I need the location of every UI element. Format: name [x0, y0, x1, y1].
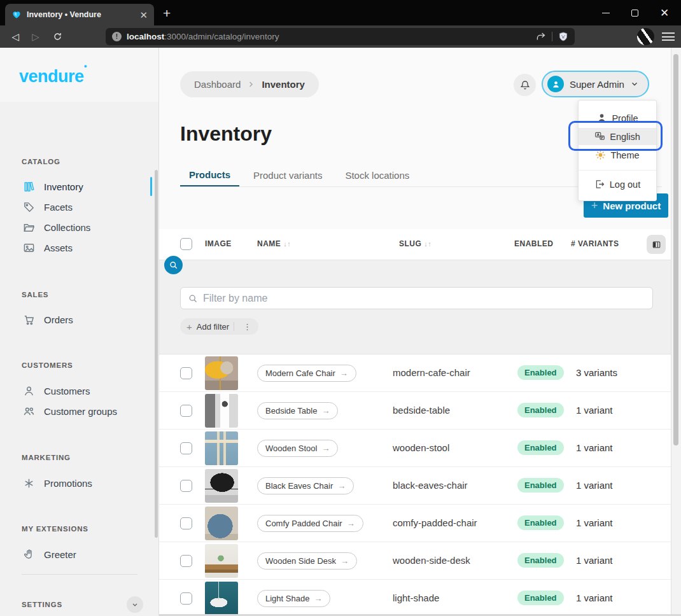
sidebar-item-assets[interactable]: Assets [14, 237, 152, 258]
button-divider [234, 322, 234, 331]
breadcrumb: Dashboard Inventory [180, 71, 319, 97]
column-header-image: IMAGE [205, 239, 232, 248]
sidebar-item-customers[interactable]: Customers [14, 381, 152, 401]
arrow-right-icon: → [340, 368, 348, 378]
app-window: Inventory • Vendure ✕ + ✕ ◁ ▷ ! localhos… [0, 0, 681, 616]
user-name: Super Admin [570, 79, 624, 90]
sidebar-group-settings[interactable]: SETTINGS [22, 596, 143, 613]
bell-icon [519, 80, 531, 91]
vendure-favicon-icon [11, 10, 22, 20]
share-icon[interactable] [535, 31, 546, 42]
page-scrollbar[interactable] [671, 48, 681, 616]
scrollbar-thumb[interactable] [673, 54, 678, 445]
logout-icon [594, 179, 605, 190]
table-row: Wooden Stool→ wooden-stool Enabled 1 var… [159, 430, 671, 467]
sidebar-scrollbar[interactable] [155, 170, 158, 538]
section-label-settings: SETTINGS [22, 601, 62, 608]
new-tab-button[interactable]: + [163, 6, 171, 21]
product-name-link[interactable]: Modern Cafe Chair→ [257, 365, 356, 382]
breadcrumb-dashboard[interactable]: Dashboard [194, 79, 241, 90]
window-minimize-button[interactable] [592, 0, 620, 25]
product-name-link[interactable]: Light Shade→ [257, 590, 330, 607]
sidebar-item-label: Greeter [44, 549, 76, 560]
reload-button[interactable] [48, 25, 66, 48]
product-thumbnail [205, 507, 238, 540]
section-label-catalog: CATALOG [22, 158, 60, 165]
sidebar-item-label: Collections [44, 222, 90, 233]
sidebar-item-customer-groups[interactable]: Customer groups [14, 401, 152, 421]
column-settings-button[interactable] [647, 235, 666, 254]
row-checkbox[interactable] [180, 592, 192, 605]
variant-count: 1 variant [576, 592, 613, 603]
tab-stock-locations[interactable]: Stock locations [336, 164, 418, 186]
section-label-marketing: MARKETING [22, 454, 71, 461]
menu-item-label: Log out [610, 179, 640, 190]
sidebar-item-orders[interactable]: Orders [14, 309, 152, 330]
notifications-button[interactable] [514, 74, 536, 96]
variant-count: 3 variants [576, 367, 617, 378]
sidebar-item-inventory[interactable]: Inventory [14, 176, 152, 197]
row-checkbox[interactable] [180, 442, 192, 454]
table-row: Bedside Table→ bedside-table Enabled 1 v… [159, 392, 671, 430]
site-info-icon[interactable]: ! [112, 32, 122, 41]
row-checkbox[interactable] [180, 555, 192, 567]
sidebar-item-label: Orders [44, 314, 73, 325]
sidebar-item-label: Assets [44, 242, 73, 253]
browser-tab[interactable]: Inventory • Vendure ✕ [5, 4, 154, 25]
search-toggle-button[interactable] [164, 256, 183, 274]
vendure-logo[interactable]: vendure● [19, 67, 87, 87]
sidebar-item-label: Customers [44, 386, 90, 396]
sort-icon: ↓↑ [283, 240, 291, 248]
brave-shield-icon[interactable] [558, 31, 568, 42]
row-checkbox[interactable] [180, 367, 192, 379]
row-checkbox[interactable] [180, 480, 192, 492]
tab-products[interactable]: Products [180, 164, 239, 186]
back-button[interactable]: ◁ [6, 25, 24, 48]
section-label-my-extensions: MY EXTENSIONS [22, 525, 88, 533]
product-name-link[interactable]: Comfy Padded Chair→ [257, 515, 363, 532]
browser-profile-avatar[interactable] [637, 28, 654, 45]
section-label-customers: CUSTOMERS [22, 361, 73, 369]
columns-icon [652, 240, 661, 249]
table-row: Modern Cafe Chair→ modern-cafe-chair Ena… [159, 354, 671, 392]
tab-product-variants[interactable]: Product variants [244, 164, 331, 186]
status-badge: Enabled [517, 553, 564, 568]
kebab-menu-icon[interactable]: ⋮ [239, 322, 256, 332]
user-menu-button[interactable]: Super Admin [542, 71, 649, 97]
sidebar-item-collections[interactable]: Collections [14, 217, 152, 237]
product-slug: modern-cafe-chair [393, 367, 470, 378]
forward-button[interactable]: ▷ [27, 25, 45, 48]
tab-close-icon[interactable]: ✕ [139, 10, 148, 20]
chevron-down-icon[interactable] [127, 596, 143, 613]
books-icon [23, 181, 35, 193]
product-name-link[interactable]: Wooden Side Desk→ [257, 552, 357, 570]
url-bar[interactable]: ! localhost:3000/admin/catalog/inventory [106, 28, 575, 45]
active-indicator [150, 177, 152, 196]
sidebar-item-greeter[interactable]: Greeter [14, 544, 152, 564]
browser-menu-icon[interactable] [662, 30, 675, 43]
avatar [547, 76, 564, 92]
column-header-slug[interactable]: SLUG↓↑ [399, 239, 432, 248]
product-name-link[interactable]: Black Eaves Chair→ [257, 477, 354, 494]
column-header-name[interactable]: NAME↓↑ [257, 239, 291, 248]
product-name-link[interactable]: Bedside Table→ [257, 402, 338, 419]
sidebar-item-label: Promotions [44, 478, 92, 489]
product-slug: wooden-side-desk [393, 555, 470, 566]
filter-by-name-input[interactable] [203, 293, 645, 304]
sidebar-item-promotions[interactable]: Promotions [14, 473, 152, 493]
browser-titlebar: Inventory • Vendure ✕ + ✕ [0, 0, 681, 25]
arrow-right-icon: → [337, 481, 346, 491]
table-row: Light Shade→ light-shade Enabled 1 varia… [159, 580, 671, 616]
window-close-button[interactable]: ✕ [650, 0, 678, 25]
window-maximize-button[interactable] [621, 0, 649, 25]
row-checkbox[interactable] [180, 517, 192, 529]
add-filter-button[interactable]: + Add filter ⋮ [180, 318, 258, 335]
select-all-checkbox[interactable] [180, 238, 192, 250]
menu-item-label: Theme [610, 150, 639, 160]
menu-item-logout[interactable]: Log out [579, 176, 656, 193]
table-row: Wooden Side Desk→ wooden-side-desk Enabl… [159, 542, 671, 580]
main-content: Dashboard Inventory Super Admin [159, 48, 681, 616]
sidebar-item-facets[interactable]: Facets [14, 197, 152, 217]
row-checkbox[interactable] [180, 405, 192, 417]
product-name-link[interactable]: Wooden Stool→ [257, 440, 338, 457]
